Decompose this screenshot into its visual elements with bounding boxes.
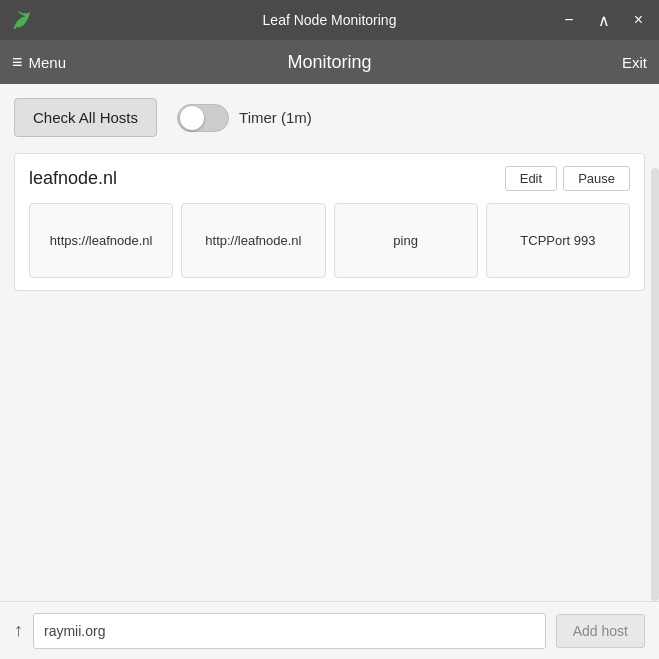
title-bar-controls: − ∧ × — [558, 9, 649, 32]
service-tile-0[interactable]: https://leafnode.nl — [29, 203, 173, 278]
title-bar: Leaf Node Monitoring − ∧ × — [0, 0, 659, 40]
timer-label: Timer (1m) — [239, 109, 312, 126]
title-bar-left — [10, 9, 32, 31]
title-bar-title: Leaf Node Monitoring — [263, 12, 397, 28]
close-button[interactable]: × — [628, 9, 649, 31]
exit-button[interactable]: Exit — [622, 54, 647, 71]
maximize-button[interactable]: ∧ — [592, 9, 616, 32]
host-input[interactable] — [33, 613, 546, 649]
add-host-button[interactable]: Add host — [556, 614, 645, 648]
monitoring-title: Monitoring — [287, 52, 371, 73]
host-header: leafnode.nl Edit Pause — [29, 166, 630, 191]
edit-button[interactable]: Edit — [505, 166, 557, 191]
menu-button[interactable]: ≡ Menu — [12, 52, 66, 73]
menu-bar: ≡ Menu Monitoring Exit — [0, 40, 659, 84]
pause-button[interactable]: Pause — [563, 166, 630, 191]
host-actions: Edit Pause — [505, 166, 630, 191]
app-icon — [10, 9, 32, 31]
host-card: leafnode.nl Edit Pause https://leafnode.… — [14, 153, 645, 291]
services-grid: https://leafnode.nl http://leafnode.nl p… — [29, 203, 630, 278]
host-name: leafnode.nl — [29, 168, 117, 189]
main-content: Check All Hosts Timer (1m) leafnode.nl E… — [0, 84, 659, 601]
service-tile-2[interactable]: ping — [334, 203, 478, 278]
exit-area: Exit — [586, 48, 647, 76]
check-all-button[interactable]: Check All Hosts — [14, 98, 157, 137]
timer-toggle[interactable] — [177, 104, 229, 132]
scrollbar[interactable] — [651, 168, 659, 601]
bottom-bar: ↑ Add host — [0, 601, 659, 659]
timer-toggle-container: Timer (1m) — [177, 104, 312, 132]
leaf-icon-menu — [586, 48, 614, 76]
main-wrapper: Check All Hosts Timer (1m) leafnode.nl E… — [0, 84, 659, 659]
service-tile-3[interactable]: TCPPort 993 — [486, 203, 630, 278]
minimize-button[interactable]: − — [558, 9, 579, 31]
sort-icon[interactable]: ↑ — [14, 620, 23, 641]
toolbar: Check All Hosts Timer (1m) — [14, 98, 645, 137]
menu-label: Menu — [29, 54, 67, 71]
hamburger-icon: ≡ — [12, 52, 23, 73]
service-tile-1[interactable]: http://leafnode.nl — [181, 203, 325, 278]
toggle-thumb — [180, 106, 204, 130]
